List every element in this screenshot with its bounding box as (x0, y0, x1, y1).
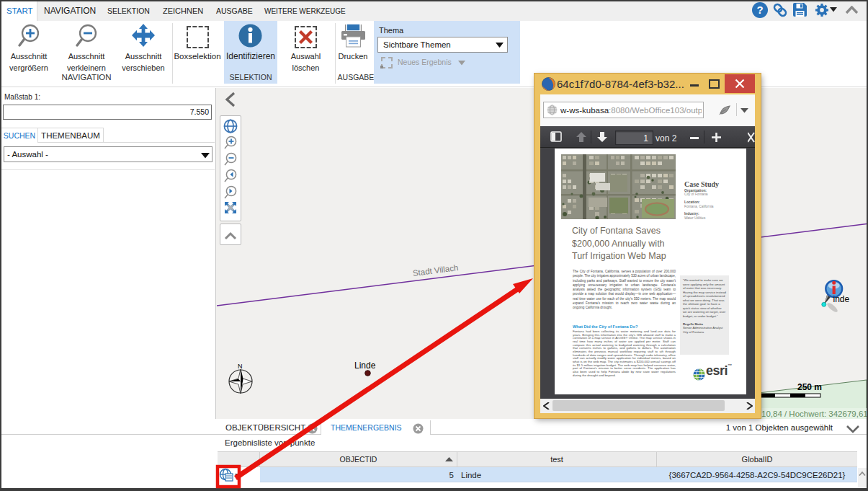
svg-text:250 m: 250 m (797, 382, 822, 392)
svg-text:10,84 / Hochwert: 342679,61: 10,84 / Hochwert: 342679,61 (761, 410, 867, 418)
svg-text:Linde: Linde (354, 360, 376, 371)
svg-text:inde: inde (833, 294, 850, 304)
svg-text:N: N (238, 363, 243, 370)
svg-text:Stadt Villach: Stadt Villach (412, 263, 459, 278)
